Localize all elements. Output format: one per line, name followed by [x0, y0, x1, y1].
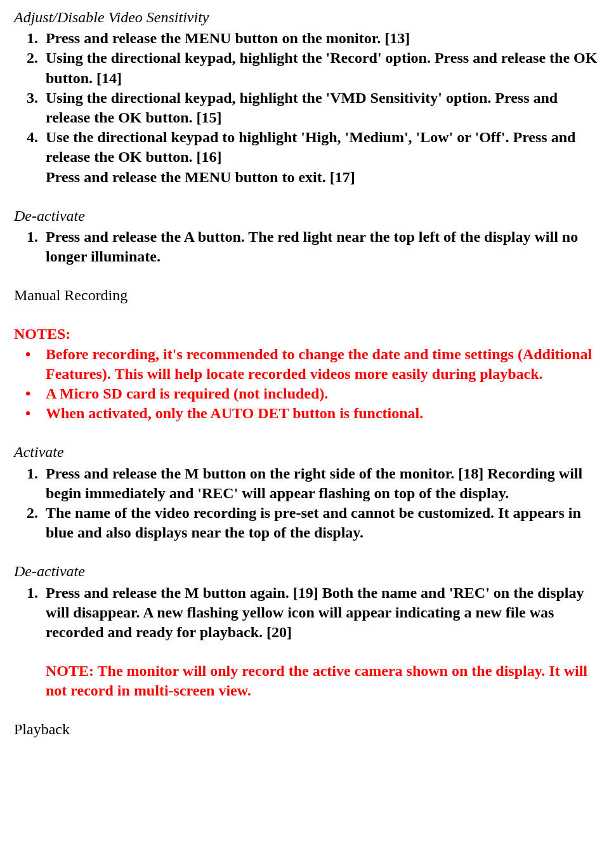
notes-heading: NOTES: — [14, 324, 602, 344]
list-item: Using the directional keypad, highlight … — [42, 48, 602, 88]
section-heading-adjust: Adjust/Disable Video Sensitivity — [14, 8, 602, 27]
adjust-steps-list: Press and release the MENU button on the… — [14, 29, 602, 187]
section-heading-deactivate-2: De-activate — [14, 562, 602, 581]
deactivate-steps-list: Press and release the A button. The red … — [14, 227, 602, 267]
section-heading-deactivate-1: De-activate — [14, 206, 602, 226]
list-item: Before recording, it's recommended to ch… — [25, 345, 602, 384]
activate-steps-list: Press and release the M button on the ri… — [14, 464, 602, 543]
section-heading-manual: Manual Recording — [14, 286, 602, 305]
section-heading-playback: Playback — [14, 720, 602, 739]
list-item: When activated, only the AUTO DET button… — [25, 404, 602, 423]
list-item: Press and release the M button on the ri… — [42, 464, 602, 503]
list-item: Using the directional keypad, highlight … — [42, 88, 602, 128]
deactivate2-steps-list: Press and release the M button again. [1… — [14, 583, 602, 643]
notes-list: Before recording, it's recommended to ch… — [14, 345, 602, 424]
list-item: The name of the video recording is pre-s… — [42, 503, 602, 543]
list-item: A Micro SD card is required (not include… — [25, 384, 602, 404]
section-heading-activate: Activate — [14, 442, 602, 462]
step-text: Use the directional keypad to highlight … — [46, 129, 575, 165]
list-item: Press and release the MENU button on the… — [42, 29, 602, 48]
notes-block: NOTES: Before recording, it's recommende… — [14, 324, 602, 423]
list-item: Use the directional keypad to highlight … — [42, 128, 602, 187]
step-trailing: Press and release the MENU button to exi… — [46, 169, 355, 185]
list-item: Press and release the M button again. [1… — [42, 583, 602, 643]
inline-note: NOTE: The monitor will only record the a… — [46, 661, 602, 701]
list-item: Press and release the A button. The red … — [42, 227, 602, 267]
